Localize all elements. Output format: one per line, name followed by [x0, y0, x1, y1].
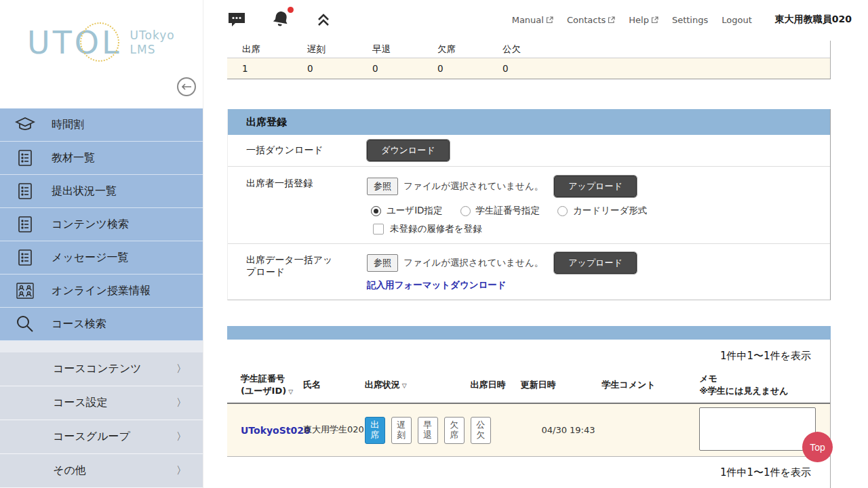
- status-button-left-early[interactable]: 早退: [418, 417, 438, 444]
- sort-triangle-icon[interactable]: ▽: [402, 382, 407, 389]
- summary-header-late: 遅刻: [292, 43, 357, 56]
- sort-triangle-icon[interactable]: ▽: [288, 388, 293, 395]
- column-status-label: 出席状況: [365, 380, 400, 390]
- sidebar-item-label: コンテンツ検索: [52, 218, 129, 232]
- sub-item-label: コースコンテンツ: [53, 362, 142, 376]
- main-area: Manual Contacts Help Settings: [203, 0, 868, 488]
- help-link[interactable]: Help: [629, 15, 658, 25]
- column-updated-datetime: 更新日時: [518, 379, 599, 391]
- column-student-id: 学生証番号 (ユーザID)▽: [241, 373, 303, 396]
- logo-subtext-line1: UTokyo: [130, 28, 175, 42]
- summary-value-excused: 0: [488, 63, 553, 74]
- radio-student-card-number[interactable]: 学生証番号指定: [460, 205, 540, 217]
- help-link-label: Help: [629, 15, 649, 25]
- status-cell: 出席 遅刻 早退 欠席 公欠: [365, 417, 468, 444]
- status-button-excused[interactable]: 公欠: [471, 417, 491, 444]
- people-grid-icon: [14, 281, 37, 301]
- topbar-icon-group: [227, 9, 332, 30]
- chevron-right-icon: 〉: [176, 396, 186, 409]
- attendee-bulk-register-controls: 参照 ファイルが選択されていません。 アップロード ユーザID指定 学生証番号指…: [367, 176, 647, 235]
- register-unenrolled-option: 未登録の履修者を登録: [367, 223, 647, 235]
- format-download-link[interactable]: 記入用フォーマットダウンロード: [367, 279, 507, 291]
- download-button[interactable]: ダウンロード: [367, 140, 450, 161]
- attendance-table-header: 学生証番号 (ユーザID)▽ 氏名 出席状況▽ 出席日時 更新日時 学生コメント…: [227, 369, 830, 404]
- column-memo-line2: ※学生には見えません: [699, 385, 820, 397]
- attendance-list-section: 1件中1〜1件を表示 学生証番号 (ユーザID)▽ 氏名 出席状況▽ 出席日時 …: [227, 326, 831, 488]
- sidebar-item-messages[interactable]: メッセージ一覧: [0, 241, 203, 274]
- result-count-top: 1件中1〜1件を表示: [227, 340, 830, 369]
- manual-link-label: Manual: [512, 15, 544, 25]
- id-type-radio-group: ユーザID指定 学生証番号指定 カードリーダ形式: [367, 205, 647, 217]
- updated-datetime-cell: 04/30 19:43: [518, 425, 599, 435]
- student-name-cell: 東大用学生020: [303, 424, 365, 436]
- summary-value-late: 0: [292, 63, 357, 74]
- status-button-present[interactable]: 出席: [365, 417, 385, 444]
- sidebar-collapse-button[interactable]: [177, 77, 196, 96]
- username: 東大用教職員020: [775, 14, 852, 26]
- attendance-summary-table: 出席 遅刻 早退 欠席 公欠 1 0 0 0 0: [227, 41, 831, 79]
- sidebar-item-others[interactable]: その他 〉: [0, 454, 203, 488]
- logo-subtext-line2: LMS: [130, 43, 156, 56]
- attendance-data-upload-row: 出席データ一括アップロード 参照 ファイルが選択されていません。 アップロード …: [228, 244, 830, 300]
- status-button-label: 早退: [423, 420, 433, 441]
- manual-link[interactable]: Manual: [512, 15, 553, 25]
- status-button-absent[interactable]: 欠席: [444, 417, 465, 444]
- attendance-data-upload-controls: 参照 ファイルが選択されていません。 アップロード 記入用フォーマットダウンロー…: [367, 252, 637, 291]
- logout-link[interactable]: Logout: [722, 15, 752, 25]
- sidebar-item-label: 提出状況一覧: [52, 184, 117, 199]
- column-student-comment: 学生コメント: [599, 379, 698, 391]
- list-section-bar: [227, 326, 831, 340]
- checkbox-icon[interactable]: [373, 224, 384, 235]
- summary-header-present: 出席: [227, 43, 292, 56]
- summary-header-absent: 欠席: [422, 43, 488, 56]
- sidebar-divider: [0, 341, 203, 352]
- sidebar-item-course-group[interactable]: コースグループ 〉: [0, 420, 203, 454]
- double-chevron-up-icon[interactable]: [315, 12, 332, 28]
- summary-value-row: 1 0 0 0 0: [227, 58, 830, 79]
- status-button-label: 公欠: [476, 420, 486, 441]
- sub-item-label: コースグループ: [53, 430, 130, 444]
- settings-link[interactable]: Settings: [672, 15, 708, 25]
- sub-item-label: コース設定: [53, 396, 108, 410]
- sidebar-item-course-search[interactable]: コース検索: [0, 308, 203, 341]
- student-id-link[interactable]: UTokyoSt020: [241, 425, 311, 436]
- contacts-link[interactable]: Contacts: [567, 15, 615, 25]
- result-count-bottom: 1件中1〜1件を表示: [227, 457, 830, 488]
- status-button-late[interactable]: 遅刻: [391, 417, 412, 444]
- column-student-id-line2: (ユーザID)▽: [241, 385, 303, 397]
- column-memo: メモ ※学生には見えません: [698, 373, 820, 396]
- sidebar-item-course-contents[interactable]: コースコンテンツ 〉: [0, 352, 203, 386]
- radio-selected-icon: [371, 206, 381, 216]
- sidebar-item-course-settings[interactable]: コース設定 〉: [0, 386, 203, 420]
- sidebar-item-submission-status[interactable]: 提出状況一覧: [0, 175, 203, 208]
- attendance-registration-section: 出席登録 一括ダウンロード ダウンロード 出席者一括登録 参照 ファイルが選択さ…: [227, 109, 831, 300]
- logo-subtext: UTokyo LMS: [130, 28, 175, 58]
- chat-icon[interactable]: [227, 11, 246, 28]
- bulk-download-label: 一括ダウンロード: [228, 144, 336, 157]
- file-select-line: 参照 ファイルが選択されていません。 アップロード: [367, 252, 637, 274]
- summary-header-excused: 公欠: [488, 43, 553, 56]
- bulk-download-row: 一括ダウンロード ダウンロード: [228, 135, 830, 167]
- document-list-icon: [14, 248, 37, 267]
- chevron-right-icon: 〉: [176, 464, 186, 477]
- radio-card-reader-format[interactable]: カードリーダ形式: [557, 205, 647, 217]
- sidebar-item-timetable[interactable]: 時間割: [0, 108, 203, 142]
- document-list-icon: [14, 148, 37, 167]
- sidebar-item-online-class-info[interactable]: オンライン授業情報: [0, 274, 203, 308]
- bulk-download-controls: ダウンロード: [367, 140, 450, 161]
- sidebar-item-materials[interactable]: 教材一覧: [0, 142, 203, 175]
- attendance-table: 1件中1〜1件を表示 学生証番号 (ユーザID)▽ 氏名 出席状況▽ 出席日時 …: [227, 340, 831, 488]
- browse-button[interactable]: 参照: [367, 254, 398, 272]
- upload-button[interactable]: アップロード: [554, 176, 637, 197]
- column-status: 出席状況▽: [365, 379, 468, 391]
- document-list-icon: [14, 182, 37, 201]
- browse-button[interactable]: 参照: [367, 178, 398, 195]
- sidebar-item-content-search[interactable]: コンテンツ検索: [0, 208, 203, 241]
- radio-user-id[interactable]: ユーザID指定: [371, 205, 443, 217]
- summary-value-absent: 0: [422, 63, 488, 74]
- memo-textarea[interactable]: [699, 407, 816, 451]
- notification-bell-icon[interactable]: [271, 9, 291, 30]
- scroll-to-top-button[interactable]: Top: [802, 432, 833, 462]
- sidebar-item-label: コース検索: [52, 317, 106, 331]
- upload-button[interactable]: アップロード: [554, 252, 637, 274]
